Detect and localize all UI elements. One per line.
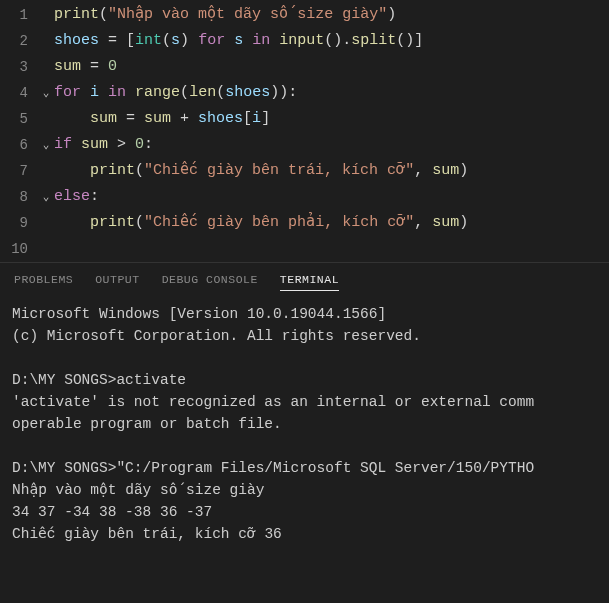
fold-chevron-icon[interactable]: ⌄ (38, 132, 54, 158)
terminal-line: 34 37 -34 38 -38 36 -37 (12, 501, 597, 523)
code-content[interactable]: print("Chiếc giày bên trái, kích cỡ", su… (54, 158, 468, 184)
line-number: 4 (0, 80, 38, 106)
terminal-output[interactable]: Microsoft Windows [Version 10.0.19044.15… (0, 297, 609, 551)
fold-chevron-icon[interactable]: ⌄ (38, 80, 54, 106)
terminal-line (12, 347, 597, 369)
terminal-line: Nhập vào một dãy số size giày (12, 479, 597, 501)
line-number: 7 (0, 158, 38, 184)
code-content[interactable]: print("Nhập vào một dãy số size giày") (54, 2, 396, 28)
terminal-line: operable program or batch file. (12, 413, 597, 435)
line-number: 8 (0, 184, 38, 210)
terminal-line (12, 435, 597, 457)
panel-tab-terminal[interactable]: TERMINAL (280, 273, 339, 291)
code-line[interactable]: 1print("Nhập vào một dãy số size giày") (0, 2, 609, 28)
code-content[interactable]: for i in range(len(shoes)): (54, 80, 297, 106)
panel-tab-output[interactable]: OUTPUT (95, 273, 139, 291)
code-line[interactable]: 4⌄for i in range(len(shoes)): (0, 80, 609, 106)
line-number: 6 (0, 132, 38, 158)
line-number: 3 (0, 54, 38, 80)
terminal-line: D:\MY SONGS>activate (12, 369, 597, 391)
code-line[interactable]: 3sum = 0 (0, 54, 609, 80)
code-line[interactable]: 9 print("Chiếc giày bên phải, kích cỡ", … (0, 210, 609, 236)
fold-chevron-icon[interactable]: ⌄ (38, 184, 54, 210)
line-number: 10 (0, 236, 38, 262)
line-number: 2 (0, 28, 38, 54)
code-content[interactable]: sum = 0 (54, 54, 117, 80)
code-line[interactable]: 7 print("Chiếc giày bên trái, kích cỡ", … (0, 158, 609, 184)
code-line[interactable]: 5 sum = sum + shoes[i] (0, 106, 609, 132)
code-content[interactable]: if sum > 0: (54, 132, 153, 158)
terminal-line: D:\MY SONGS>"C:/Program Files/Microsoft … (12, 457, 597, 479)
panel-tab-problems[interactable]: PROBLEMS (14, 273, 73, 291)
line-number: 5 (0, 106, 38, 132)
terminal-line: 'activate' is not recognized as an inter… (12, 391, 597, 413)
bottom-panel: PROBLEMSOUTPUTDEBUG CONSOLETERMINAL Micr… (0, 262, 609, 551)
code-content[interactable]: shoes = [int(s) for s in input().split()… (54, 28, 423, 54)
panel-tabs: PROBLEMSOUTPUTDEBUG CONSOLETERMINAL (0, 269, 609, 297)
code-line[interactable]: 10 (0, 236, 609, 262)
line-number: 9 (0, 210, 38, 236)
terminal-line: Microsoft Windows [Version 10.0.19044.15… (12, 303, 597, 325)
terminal-line: Chiếc giày bên trái, kích cỡ 36 (12, 523, 597, 545)
code-content[interactable]: else: (54, 184, 99, 210)
code-line[interactable]: 6⌄if sum > 0: (0, 132, 609, 158)
code-content[interactable]: print("Chiếc giày bên phải, kích cỡ", su… (54, 210, 468, 236)
line-number: 1 (0, 2, 38, 28)
terminal-line: (c) Microsoft Corporation. All rights re… (12, 325, 597, 347)
code-editor[interactable]: 1print("Nhập vào một dãy số size giày")2… (0, 0, 609, 262)
code-content[interactable]: sum = sum + shoes[i] (54, 106, 270, 132)
code-line[interactable]: 2shoes = [int(s) for s in input().split(… (0, 28, 609, 54)
panel-tab-debug-console[interactable]: DEBUG CONSOLE (162, 273, 258, 291)
code-line[interactable]: 8⌄else: (0, 184, 609, 210)
